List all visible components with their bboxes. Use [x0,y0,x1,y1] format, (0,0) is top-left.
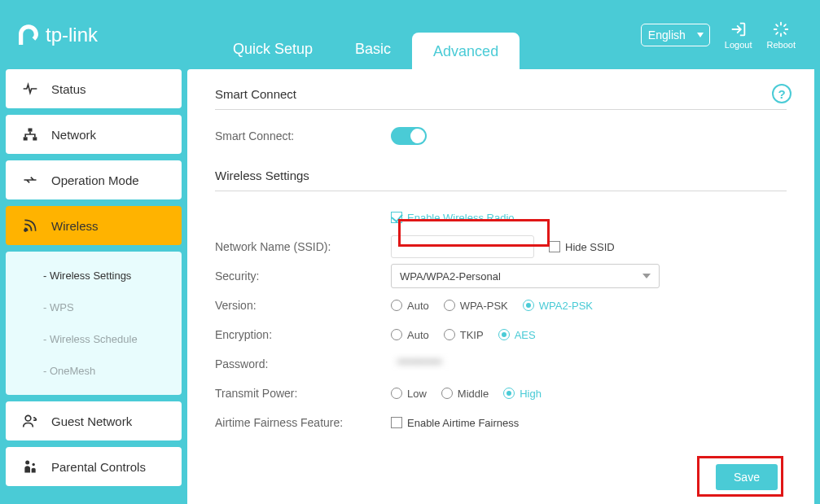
radio-version-wpa-psk[interactable]: WPA-PSK [444,300,508,312]
security-select[interactable]: WPA/WPA2-Personal [391,264,660,288]
sidebar-label: Guest Network [51,414,132,428]
radio-encryption-aes[interactable]: AES [498,329,536,341]
wireless-icon [22,217,38,234]
row-enable-radio: Enable Wireless Radio [215,203,787,232]
chevron-down-icon [642,274,651,278]
row-transmit-power: Transmit Power: Low Middle High [215,379,787,408]
label-smart-connect: Smart Connect: [215,129,391,142]
ssid-input[interactable] [391,235,534,258]
label-version: Version: [215,299,391,312]
network-icon [22,126,38,142]
checkbox-enable-wireless-radio[interactable]: Enable Wireless Radio [391,212,515,224]
row-ssid: Network Name (SSID): Hide SSID [215,232,787,261]
row-encryption: Encryption: Auto TKIP AES [215,320,787,349]
reboot-button[interactable]: Reboot [767,20,796,50]
parental-controls-icon [22,458,38,475]
row-password: Password: •••••••••••• [215,349,787,379]
tplink-icon [16,23,41,47]
row-smart-connect: Smart Connect: [215,121,787,151]
label-airtime: Airtime Fairness Feature: [215,416,391,429]
sidebar: Status Network Operation Mode Wireless -… [0,69,187,504]
tab-quick-setup[interactable]: Quick Setup [212,28,334,69]
row-version: Version: Auto WPA-PSK WPA2-PSK [215,291,787,320]
logout-label: Logout [725,40,752,50]
language-select-wrap: English [641,24,710,46]
svg-point-4 [25,415,31,421]
checkbox-icon [549,241,560,252]
submenu-wireless-schedule[interactable]: - Wireless Schedule [6,323,182,355]
row-security: Security: WPA/WPA2-Personal [215,261,787,291]
section-wireless-settings: Wireless Settings [215,169,787,191]
top-right-controls: English Logout Reboot [641,20,820,50]
select-value: WPA/WPA2-Personal [400,270,501,283]
reboot-label: Reboot [767,40,796,50]
label-security: Security: [215,270,391,283]
nav-tabs: Quick Setup Basic Advanced [212,0,520,69]
radio-version-wpa2-psk[interactable]: WPA2-PSK [523,300,593,312]
checkbox-hide-ssid[interactable]: Hide SSID [549,241,615,253]
sidebar-item-parental-controls[interactable]: Parental Controls [6,447,182,486]
password-input[interactable]: •••••••••••• [391,353,534,375]
tab-advanced[interactable]: Advanced [412,33,520,70]
radio-txpower-middle[interactable]: Middle [441,388,489,400]
help-button[interactable]: ? [772,84,791,103]
reboot-icon [772,20,790,38]
sidebar-label: Status [51,82,86,96]
label-transmit-power: Transmit Power: [215,387,391,400]
radio-txpower-low[interactable]: Low [391,388,427,400]
submenu-wps[interactable]: - WPS [6,291,182,323]
section-smart-connect: Smart Connect [215,87,787,110]
toggle-smart-connect[interactable] [391,127,427,145]
checkbox-label: Hide SSID [565,241,615,253]
label-encryption: Encryption: [215,328,391,341]
logout-icon [730,20,748,38]
sidebar-item-operation-mode[interactable]: Operation Mode [6,160,182,199]
submenu-wireless-settings[interactable]: - Wireless Settings [6,260,182,291]
label-password: Password: [215,357,391,370]
sidebar-item-status[interactable]: Status [6,69,182,108]
svg-point-5 [25,461,29,465]
row-airtime-fairness: Airtime Fairness Feature: Enable Airtime… [215,408,787,437]
checkbox-label: Enable Airtime Fairness [407,417,519,429]
sidebar-label: Parental Controls [51,460,146,474]
checkbox-airtime-fairness[interactable]: Enable Airtime Fairness [391,417,519,429]
svg-rect-2 [33,137,37,140]
main-panel: ? Smart Connect Smart Connect: Wireless … [187,69,814,504]
svg-rect-1 [24,137,28,140]
sidebar-submenu: - Wireless Settings - WPS - Wireless Sch… [6,252,182,395]
body: Status Network Operation Mode Wireless -… [0,69,820,504]
save-button[interactable]: Save [716,464,778,490]
svg-point-3 [24,230,27,232]
radio-encryption-tkip[interactable]: TKIP [444,329,484,341]
radio-txpower-high[interactable]: High [503,388,542,400]
submenu-onemesh[interactable]: - OneMesh [6,355,182,387]
checkbox-icon [391,212,402,223]
label-ssid: Network Name (SSID): [215,240,391,253]
status-icon [22,81,38,97]
sidebar-label: Wireless [51,219,99,233]
brand-text: tp-link [46,24,98,46]
sidebar-item-network[interactable]: Network [6,115,182,154]
svg-rect-0 [29,129,33,132]
operation-mode-icon [22,172,38,188]
sidebar-item-guest-network[interactable]: Guest Network [6,401,182,440]
guest-network-icon [22,413,38,429]
sidebar-item-wireless[interactable]: Wireless [6,206,182,245]
top-bar: tp-link Quick Setup Basic Advanced Engli… [0,0,820,69]
sidebar-label: Operation Mode [51,173,139,187]
checkbox-label: Enable Wireless Radio [407,212,515,224]
radio-version-auto[interactable]: Auto [391,300,429,312]
tab-basic[interactable]: Basic [334,28,412,69]
brand-logo: tp-link [0,0,187,69]
language-select[interactable]: English [641,24,710,46]
radio-encryption-auto[interactable]: Auto [391,329,429,341]
sidebar-label: Network [51,128,96,142]
logout-button[interactable]: Logout [725,20,752,50]
svg-point-6 [33,463,35,466]
checkbox-icon [391,417,402,428]
